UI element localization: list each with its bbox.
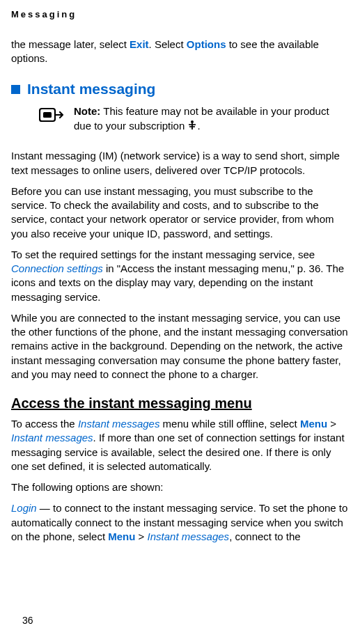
connection-settings-link[interactable]: Connection settings [11,262,103,274]
note-body: This feature may not be available in you… [74,105,329,131]
para3-prefix: To set the required settings for the ins… [11,249,315,260]
para7-suffix: , connect to the [229,531,301,542]
note-text: Note: This feature may not be available … [74,104,349,134]
para-subscribe: Before you can use instant messaging, yo… [11,184,349,241]
square-bullet-icon [11,85,20,94]
instant-messages-link-2[interactable]: Instant messages [11,432,93,443]
options-link[interactable]: Options [187,38,226,50]
intro-paragraph: the message later, select Exit. Select O… [11,38,349,66]
antenna-icon [187,119,197,134]
svg-rect-1 [43,112,52,118]
para-login: Login — to connect to the instant messag… [11,501,349,544]
exit-link[interactable]: Exit [130,38,149,50]
para-settings: To set the required settings for the ins… [11,248,349,304]
menu-link-2[interactable]: Menu [108,531,135,542]
para-options-shown: The following options are shown: [11,480,349,494]
para7-gt: > [135,531,147,542]
para-access: To access the Instant messages menu whil… [11,417,349,473]
note-icon [39,106,64,130]
note-block: Note: This feature may not be available … [39,104,349,134]
instant-messages-link-1[interactable]: Instant messages [78,418,160,430]
note-tail: . [197,120,200,132]
page-number: 36 [22,614,33,627]
para-background: While you are connected to the instant m… [11,311,349,382]
section-heading-instant-messaging: Instant messaging [11,79,349,99]
section-heading-text: Instant messaging [27,79,155,99]
intro-mid: . Select [149,38,187,50]
login-link[interactable]: Login [11,502,37,514]
para5-mid1: menu while still offline, select [159,418,299,430]
subsection-heading-access: Access the instant messaging menu [11,394,349,413]
para-im-intro: Instant messaging (IM) (network service)… [11,149,349,178]
intro-prefix: the message later, select [11,38,130,50]
page-header: Messaging [11,8,349,21]
para5-gt: > [327,418,336,430]
para5-prefix: To access the [11,418,78,430]
menu-link-1[interactable]: Menu [300,418,327,430]
svg-point-2 [191,120,194,123]
instant-messages-link-3[interactable]: Instant messages [148,531,230,542]
note-label: Note: [74,105,100,117]
